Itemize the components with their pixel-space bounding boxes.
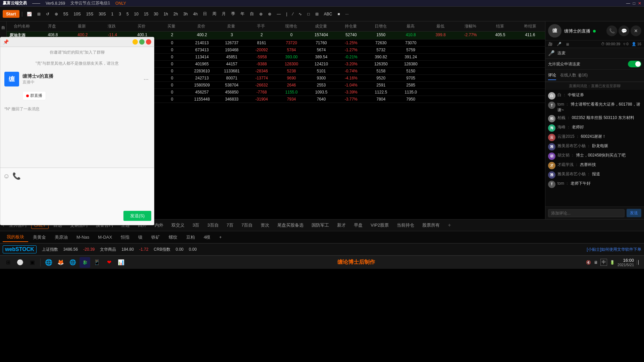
toolbar-month[interactable]: 月 (220, 10, 228, 17)
toolbar-year[interactable]: 年 (238, 10, 247, 17)
wechat-max-button[interactable] (139, 39, 145, 45)
toolbar-10s[interactable]: 10S (71, 11, 83, 17)
taskbar-search-icon[interactable]: ⚪ (15, 257, 25, 268)
ws-right-link[interactable]: [小贴士]如何使用文华软件下单 (587, 247, 641, 252)
tab-morning[interactable]: 早盘 (351, 221, 366, 230)
stream-close-btn[interactable]: ✕ (631, 25, 641, 36)
show-desktop-icon[interactable]: ▏ (637, 260, 641, 265)
taskbar-wechat-icon[interactable]: 📱 (92, 257, 102, 268)
tab-online[interactable]: 在线人数 (16) (560, 71, 588, 80)
toolbar-auto[interactable]: 自 (248, 10, 256, 17)
wechat-send-button[interactable]: 发送(S) (123, 211, 151, 221)
toolbar-2h[interactable]: 2h (171, 11, 180, 17)
tab-comment[interactable]: 评论 (548, 71, 556, 80)
toolbar-split-icon[interactable]: ⊞ (35, 11, 43, 17)
wechat-live-badge[interactable]: 群直播 (22, 91, 46, 100)
toolbar-chart-icon[interactable]: 📈 (25, 11, 34, 17)
toolbar-text-icon[interactable]: ABC (322, 11, 334, 17)
toolbar-3h[interactable]: 3h (181, 11, 190, 17)
toolbar-1h[interactable]: 1h (162, 11, 170, 17)
max-icon[interactable]: □ (633, 1, 635, 6)
stream-screen-icon[interactable]: 🖥 (566, 42, 569, 46)
comment-send-button[interactable]: 发送 (627, 209, 641, 217)
tab-cizi[interactable]: 资次 (257, 221, 273, 230)
taskbar-view-icon[interactable]: ▣ (27, 257, 38, 268)
pin-icon[interactable]: 📌 (3, 39, 9, 45)
toolbar-30s[interactable]: 30S (97, 11, 108, 17)
toolbar-5m[interactable]: 5 (124, 11, 131, 17)
taskbar-explorer-icon[interactable]: 🦊 (55, 257, 66, 268)
toolbar-zoomout-icon[interactable]: ⊗ (266, 11, 273, 17)
tab-current-position[interactable]: 当前持仓 (393, 221, 418, 230)
stream-mic-icon[interactable]: 🎤 (557, 42, 561, 46)
subtab-spiral[interactable]: 螺纹 (165, 233, 181, 242)
toolbar-rect-icon[interactable]: □ (305, 11, 312, 17)
comment-input[interactable] (548, 209, 625, 217)
toolbar-wave-icon[interactable]: ∿ (297, 11, 304, 17)
toolbar-4h[interactable]: 4h (191, 11, 200, 17)
toolbar-15s[interactable]: 15S (84, 11, 95, 17)
subtab-my-block[interactable]: 我的板块 (3, 233, 28, 242)
close-icon[interactable]: ✕ (638, 1, 641, 6)
add-subtab-btn[interactable]: + (215, 233, 226, 241)
stream-chat-icon[interactable]: 💬 (619, 25, 629, 36)
tab-tail-market[interactable]: 尾盘买股备选 (274, 221, 307, 230)
taskbar-start-icon[interactable]: ⊞ (3, 257, 13, 268)
toolbar-quarter[interactable]: 季 (229, 10, 237, 17)
tab-all-stocks[interactable]: 股票所有 (419, 221, 443, 230)
subtab-iron[interactable]: 铁矿 (147, 233, 164, 242)
wechat-chat-item[interactable]: 缠 缠博士v的直播 直播中 ··· (0, 69, 154, 89)
toolbar-fill-icon[interactable]: ■ (335, 11, 342, 17)
sys-icon-battery[interactable]: 🔋 (610, 260, 615, 265)
toolbar-week[interactable]: 周 (210, 10, 218, 17)
toolbar-line-icon[interactable]: — (275, 11, 283, 17)
tab-7bai-self[interactable]: 7百自 (238, 221, 256, 230)
start-button[interactable]: Start (3, 10, 19, 18)
sys-icon-mute[interactable]: 🔇 (586, 260, 591, 265)
toolbar-diag-icon[interactable]: ∕ (290, 11, 295, 17)
subtab-mdax[interactable]: M-DAX (94, 233, 116, 241)
toolbar-15m[interactable]: 15 (142, 11, 150, 17)
wechat-more-button[interactable]: ··· (142, 74, 150, 84)
toolbar-5s[interactable]: 5S (61, 11, 70, 17)
add-tab-btn[interactable]: + (444, 221, 454, 230)
subtab-oil[interactable]: 美原油 (51, 233, 72, 242)
taskbar-chrome-icon[interactable]: 🌐 (67, 257, 78, 268)
tab-7bai[interactable]: 7百 (223, 221, 237, 230)
tab-3bai[interactable]: 3百 (189, 221, 203, 230)
tab-defense[interactable]: 国防军工 (308, 221, 332, 230)
toolbar-30m[interactable]: 30 (152, 11, 160, 17)
wechat-min-button[interactable] (132, 39, 138, 45)
tab-double[interactable]: 双交义 (168, 221, 188, 230)
subtab-4mode[interactable]: 4模 (200, 233, 214, 242)
sys-icon-network[interactable]: 🖥 (594, 260, 598, 265)
subtab-gold[interactable]: 美黄金 (29, 233, 50, 242)
allow-toggle[interactable] (628, 61, 641, 67)
toolbar-3m[interactable]: 3 (117, 11, 123, 17)
tab-new[interactable]: 新才 (334, 221, 349, 230)
toolbar-vline-icon[interactable]: | (284, 11, 289, 17)
subtab-nickel[interactable]: 镍 (134, 233, 147, 242)
subtab-hengzhi[interactable]: 恒指 (117, 233, 133, 242)
voice-icon[interactable]: 📞 (12, 172, 21, 180)
subtab-soybean[interactable]: 豆粕 (182, 233, 199, 242)
stream-phone-icon[interactable]: 📞 (606, 25, 617, 36)
toolbar-refresh-icon[interactable]: ↺ (44, 11, 51, 17)
tab-3bai-self[interactable]: 3百自 (204, 221, 222, 230)
toolbar-cross-icon[interactable]: ⊕ (53, 11, 60, 17)
sys-icon-lang[interactable]: 中 (600, 259, 607, 266)
min-icon[interactable]: — (626, 1, 630, 6)
toolbar-more-icon[interactable]: ··· (343, 11, 351, 17)
stream-video-icon[interactable]: 🎥 (548, 42, 553, 46)
wechat-close-button[interactable] (146, 39, 151, 45)
toolbar-grid-icon[interactable]: ⊞ (313, 11, 321, 17)
toolbar-day[interactable]: 日 (201, 10, 209, 17)
wechat-message-input[interactable] (3, 181, 151, 208)
chat-area[interactable]: 白 白 ： 中银证券 T tom ： 博士请帮忙看看光大证券，601788，谢谢… (545, 90, 644, 206)
tab-vip2[interactable]: VIP2股票 (367, 221, 392, 230)
taskbar-trading-icon[interactable]: 🐉 (79, 257, 90, 268)
taskbar-chart-icon[interactable]: 📊 (116, 257, 126, 268)
emoji-icon[interactable]: ☺ (3, 172, 10, 180)
toolbar-1m[interactable]: 1 (109, 11, 116, 17)
toolbar-zoom-icon[interactable]: ⊕ (257, 11, 265, 17)
